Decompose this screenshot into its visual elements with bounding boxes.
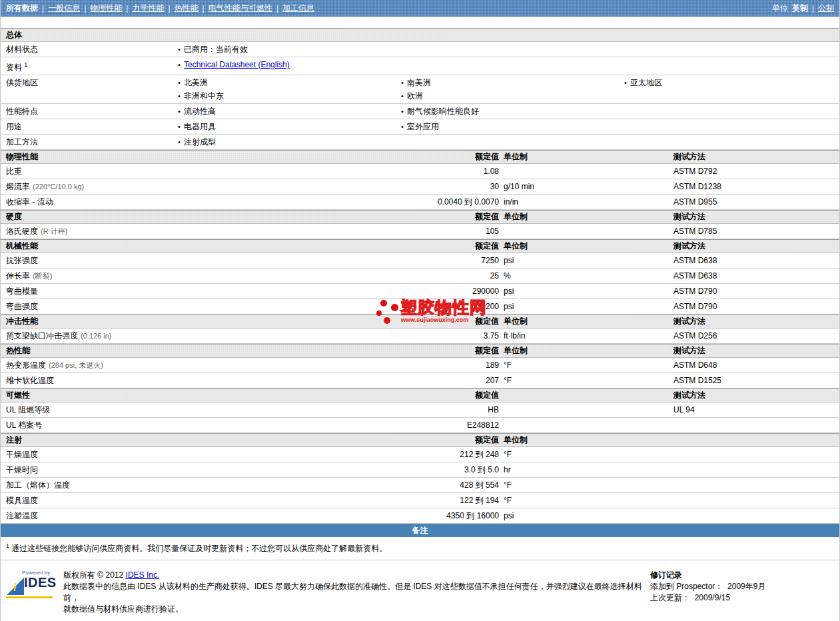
section-title: 注射 bbox=[1, 434, 307, 446]
use-item: 室外应用 bbox=[407, 121, 439, 133]
table-row: 模具温度 122 到 194 °F bbox=[1, 493, 839, 508]
col-header-rating: 额定值 bbox=[307, 434, 499, 446]
top-nav-bar: 所有数据 | 一般信息 | 物理性能 | 力学性能 | 热性能 | 电气性能与可… bbox=[1, 0, 839, 17]
nav-separator: | bbox=[84, 4, 86, 13]
row-availability: 供货地区 •北美洲 •非洲和中东 •南美洲 •欧洲 •亚太地区 bbox=[1, 75, 839, 104]
property-unit: °F bbox=[499, 360, 673, 370]
footnote-ref: 1 bbox=[24, 61, 27, 68]
nav-item-electrical-flammability[interactable]: 电气性能与可燃性 bbox=[209, 3, 272, 14]
bullet-icon: • bbox=[175, 59, 184, 71]
nav-item-general-info[interactable]: 一般信息 bbox=[48, 3, 80, 14]
row-label: 加工方法 bbox=[1, 137, 175, 148]
property-value: 122 到 194 bbox=[307, 495, 499, 506]
technical-datasheet-link[interactable]: Technical Datasheet (English) bbox=[184, 59, 290, 71]
copyright-text: 版权所有 © 2012 bbox=[63, 570, 123, 580]
col-header-units: 单位制 bbox=[499, 316, 673, 327]
test-method: ASTM D638 bbox=[673, 271, 839, 281]
region-item: 非洲和中东 bbox=[184, 91, 224, 102]
property-label: UL 阻燃等级 bbox=[1, 404, 307, 416]
bullet-icon: • bbox=[398, 77, 407, 89]
ides-logo: Powered by i IDES bbox=[6, 570, 54, 600]
footnote-number: 1 bbox=[6, 542, 9, 549]
nav-separator: | bbox=[42, 4, 44, 13]
revision-added: 添加到 Prospector： 2009年9月 bbox=[650, 581, 834, 592]
property-label: 收缩率 - 流动 bbox=[1, 197, 307, 208]
nav-item-thermal[interactable]: 热性能 bbox=[175, 3, 199, 14]
test-method: ASTM D792 bbox=[673, 167, 839, 176]
section-title: 物理性能 bbox=[1, 151, 307, 163]
table-row: 弯曲强度 10200 psi ASTM D790 bbox=[1, 299, 839, 314]
footnote: 1 通过这些链接您能够访问供应商资料。我们尽量保证及时更新资料；不过您可以从供应… bbox=[1, 537, 839, 560]
property-label: 简支梁缺口冲击强度(0.126 in) bbox=[1, 330, 307, 342]
table-row: 洛氏硬度(R 计秤) 105 ASTM D785 bbox=[1, 224, 839, 239]
property-value: HB bbox=[307, 405, 499, 414]
col-header-method: 测试方法 bbox=[673, 211, 839, 223]
table-row: 伸长率(断裂) 25 % ASTM D638 bbox=[1, 269, 839, 284]
property-unit: hr bbox=[499, 465, 673, 474]
revision-record: 修订记录 添加到 Prospector： 2009年9月 上次更新： 2009/… bbox=[650, 570, 834, 615]
footnote-text: 通过这些链接您能够访问供应商资料。我们尽量保证及时更新资料；不过您可以从供应商处… bbox=[11, 544, 387, 553]
test-method: ASTM D256 bbox=[673, 331, 839, 340]
property-note: (264 psi, 未退火) bbox=[49, 361, 103, 369]
property-unit: psi bbox=[499, 287, 673, 296]
unit-switcher: 单位 英制 | 公制 bbox=[772, 3, 834, 14]
property-value: 189 bbox=[307, 360, 499, 370]
nav-separator: | bbox=[203, 4, 205, 13]
unit-metric-link[interactable]: 公制 bbox=[818, 3, 834, 14]
test-method: ASTM D1238 bbox=[673, 182, 839, 191]
nav-item-mechanical[interactable]: 力学性能 bbox=[132, 3, 164, 14]
row-uses: 用途 •电器用具 •室外应用 bbox=[1, 119, 839, 135]
copyright-block: 版权所有 © 2012 IDES Inc. 此数据表中的信息由 IDES 从该材… bbox=[63, 570, 650, 615]
property-label: 模具温度 bbox=[1, 495, 307, 506]
section-header-flammability: 可燃性 额定值 测试方法 bbox=[1, 388, 839, 402]
ides-logo-underline bbox=[6, 596, 53, 598]
section-header-physical: 物理性能 额定值 单位制 测试方法 bbox=[1, 150, 839, 164]
property-value: 1.08 bbox=[307, 167, 499, 176]
processing-item: 注射成型 bbox=[184, 137, 216, 148]
table-row: 热变形温度(264 psi, 未退火) 189 °F ASTM D648 bbox=[1, 358, 839, 373]
ides-logo-text: IDES bbox=[24, 575, 57, 590]
nav-separator: | bbox=[276, 4, 278, 13]
row-label: 材料状态 bbox=[1, 44, 175, 55]
feature-item: 流动性高 bbox=[184, 106, 216, 117]
property-value: 30 bbox=[307, 182, 499, 191]
property-value: 207 bbox=[307, 376, 499, 385]
property-label: 热变形温度(264 psi, 未退火) bbox=[1, 360, 307, 371]
col-header-units: 单位制 bbox=[499, 211, 673, 223]
table-row: 干燥时间 3.0 到 5.0 hr bbox=[1, 462, 839, 478]
disclaimer-line2: 就数据值与材料供应商进行验证。 bbox=[63, 604, 650, 615]
row-label: 性能特点 bbox=[1, 106, 175, 117]
spacer bbox=[1, 17, 839, 28]
property-label: 注塑温度 bbox=[1, 510, 307, 522]
property-label: 洛氏硬度(R 计秤) bbox=[1, 226, 307, 237]
revision-title: 修订记录 bbox=[650, 570, 834, 581]
nav-item-physical[interactable]: 物理性能 bbox=[90, 3, 122, 14]
table-row: 加工（熔体）温度 428 到 554 °F bbox=[1, 478, 839, 493]
ides-inc-link[interactable]: IDES Inc. bbox=[126, 570, 160, 580]
table-row: 维卡软化温度 207 °F ASTM D1525 bbox=[1, 373, 839, 388]
property-value: 212 到 248 bbox=[307, 449, 499, 460]
row-label: 用途 bbox=[1, 121, 175, 133]
section-title: 硬度 bbox=[1, 211, 307, 223]
col-header-method: 测试方法 bbox=[673, 390, 839, 401]
revision-updated: 上次更新： 2009/9/15 bbox=[650, 592, 834, 604]
region-item: 北美洲 bbox=[184, 77, 208, 89]
row-features: 性能特点 •流动性高 •耐气候影响性能良好 bbox=[1, 104, 839, 119]
property-value: 7250 bbox=[307, 256, 499, 265]
row-processing-method: 加工方法 •注射成型 bbox=[1, 135, 839, 150]
row-documents: 资料 1 •Technical Datasheet (English) bbox=[1, 57, 839, 75]
property-value: 25 bbox=[307, 271, 499, 281]
test-method: ASTM D648 bbox=[673, 360, 839, 370]
property-unit: psi bbox=[499, 256, 673, 265]
table-row: UL 档案号 E248812 bbox=[1, 418, 839, 433]
table-row: 干燥温度 212 到 248 °F bbox=[1, 447, 839, 462]
test-method: ASTM D955 bbox=[673, 197, 839, 207]
nav-item-processing-info[interactable]: 加工信息 bbox=[282, 3, 314, 14]
property-label: 干燥时间 bbox=[1, 464, 307, 476]
section-header-injection: 注射 额定值 单位制 bbox=[1, 433, 839, 447]
nav-item-all-data[interactable]: 所有数据 bbox=[6, 3, 38, 14]
section-header-thermal: 热性能 额定值 单位制 测试方法 bbox=[1, 344, 839, 358]
col-header-method: 测试方法 bbox=[673, 316, 839, 327]
region-item: 亚太地区 bbox=[630, 77, 662, 89]
bullet-icon: • bbox=[398, 106, 407, 117]
